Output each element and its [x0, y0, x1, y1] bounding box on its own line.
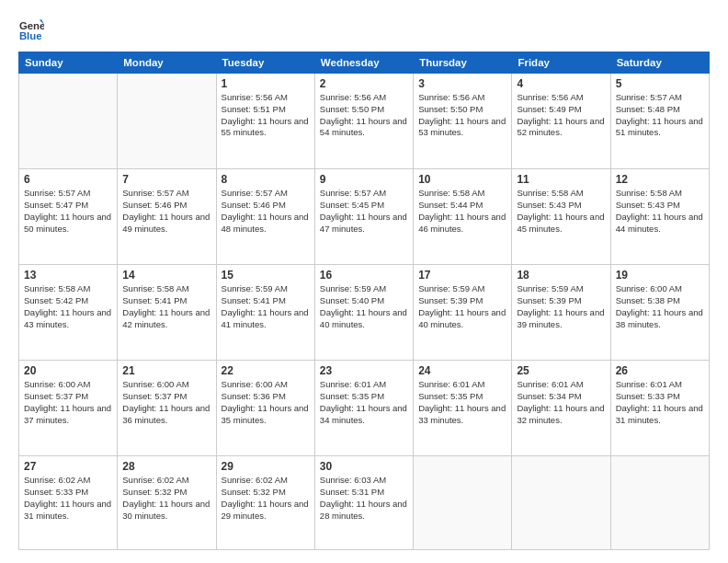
weekday-header-monday: Monday: [118, 52, 216, 74]
calendar-cell: 11Sunrise: 5:58 AM Sunset: 5:43 PM Dayli…: [512, 169, 610, 265]
calendar-cell: 25Sunrise: 6:01 AM Sunset: 5:34 PM Dayli…: [512, 361, 610, 456]
weekday-header-sunday: Sunday: [19, 52, 118, 74]
weekday-header-saturday: Saturday: [610, 52, 709, 74]
day-number: 13: [24, 269, 112, 282]
weekday-header-row: SundayMondayTuesdayWednesdayThursdayFrid…: [19, 52, 710, 74]
day-number: 17: [418, 269, 506, 282]
calendar-cell: 7Sunrise: 5:57 AM Sunset: 5:46 PM Daylig…: [118, 169, 216, 265]
day-number: 24: [418, 364, 506, 377]
calendar-cell: 3Sunrise: 5:56 AM Sunset: 5:50 PM Daylig…: [414, 74, 512, 169]
calendar-cell: 18Sunrise: 5:59 AM Sunset: 5:39 PM Dayli…: [512, 265, 610, 361]
day-info: Sunrise: 5:58 AM Sunset: 5:43 PM Dayligh…: [616, 188, 704, 235]
day-number: 19: [616, 269, 704, 282]
day-number: 30: [320, 460, 408, 473]
calendar-cell: 22Sunrise: 6:00 AM Sunset: 5:36 PM Dayli…: [216, 361, 314, 456]
day-number: 26: [616, 364, 704, 377]
weekday-header-wednesday: Wednesday: [314, 52, 413, 74]
day-info: Sunrise: 5:59 AM Sunset: 5:39 PM Dayligh…: [418, 283, 506, 330]
header: General Blue: [18, 17, 710, 42]
calendar-cell: 6Sunrise: 5:57 AM Sunset: 5:47 PM Daylig…: [19, 169, 118, 265]
day-info: Sunrise: 5:57 AM Sunset: 5:46 PM Dayligh…: [122, 188, 210, 235]
day-info: Sunrise: 5:56 AM Sunset: 5:51 PM Dayligh…: [222, 92, 310, 139]
day-number: 12: [616, 173, 704, 186]
day-info: Sunrise: 6:00 AM Sunset: 5:37 PM Dayligh…: [24, 379, 112, 426]
day-info: Sunrise: 5:56 AM Sunset: 5:49 PM Dayligh…: [517, 92, 605, 139]
day-info: Sunrise: 6:00 AM Sunset: 5:37 PM Dayligh…: [122, 379, 210, 426]
page: General Blue SundayMondayTuesdayWednesda…: [0, 0, 728, 563]
day-number: 1: [222, 77, 310, 90]
day-info: Sunrise: 6:02 AM Sunset: 5:32 PM Dayligh…: [122, 475, 210, 522]
calendar-cell: 16Sunrise: 5:59 AM Sunset: 5:40 PM Dayli…: [314, 265, 413, 361]
svg-text:Blue: Blue: [19, 30, 42, 41]
calendar-week-row: 27Sunrise: 6:02 AM Sunset: 5:33 PM Dayli…: [19, 456, 710, 550]
day-number: 16: [320, 269, 408, 282]
calendar-cell: 17Sunrise: 5:59 AM Sunset: 5:39 PM Dayli…: [414, 265, 512, 361]
weekday-header-thursday: Thursday: [414, 52, 512, 74]
day-info: Sunrise: 6:00 AM Sunset: 5:36 PM Dayligh…: [222, 379, 310, 426]
calendar-cell: 23Sunrise: 6:01 AM Sunset: 5:35 PM Dayli…: [314, 361, 413, 456]
day-number: 18: [517, 269, 605, 282]
day-info: Sunrise: 6:01 AM Sunset: 5:33 PM Dayligh…: [616, 379, 704, 426]
calendar-cell: 9Sunrise: 5:57 AM Sunset: 5:45 PM Daylig…: [314, 169, 413, 265]
calendar-cell: 13Sunrise: 5:58 AM Sunset: 5:42 PM Dayli…: [19, 265, 118, 361]
calendar-cell: 29Sunrise: 6:02 AM Sunset: 5:32 PM Dayli…: [216, 456, 314, 550]
day-info: Sunrise: 5:59 AM Sunset: 5:41 PM Dayligh…: [222, 283, 310, 330]
day-number: 15: [222, 269, 310, 282]
calendar-cell: 12Sunrise: 5:58 AM Sunset: 5:43 PM Dayli…: [610, 169, 709, 265]
day-info: Sunrise: 5:59 AM Sunset: 5:40 PM Dayligh…: [320, 283, 408, 330]
calendar-cell: 20Sunrise: 6:00 AM Sunset: 5:37 PM Dayli…: [19, 361, 118, 456]
day-info: Sunrise: 5:58 AM Sunset: 5:44 PM Dayligh…: [418, 188, 506, 235]
calendar-week-row: 13Sunrise: 5:58 AM Sunset: 5:42 PM Dayli…: [19, 265, 710, 361]
day-info: Sunrise: 6:01 AM Sunset: 5:35 PM Dayligh…: [320, 379, 408, 426]
day-info: Sunrise: 5:57 AM Sunset: 5:46 PM Dayligh…: [222, 188, 310, 235]
calendar-cell: 8Sunrise: 5:57 AM Sunset: 5:46 PM Daylig…: [216, 169, 314, 265]
calendar-week-row: 1Sunrise: 5:56 AM Sunset: 5:51 PM Daylig…: [19, 74, 710, 169]
logo: General Blue: [18, 17, 46, 42]
day-number: 23: [320, 364, 408, 377]
weekday-header-tuesday: Tuesday: [216, 52, 314, 74]
day-info: Sunrise: 6:01 AM Sunset: 5:34 PM Dayligh…: [517, 379, 605, 426]
day-number: 22: [222, 364, 310, 377]
calendar-cell: [19, 74, 118, 169]
day-number: 7: [122, 173, 210, 186]
calendar-cell: 27Sunrise: 6:02 AM Sunset: 5:33 PM Dayli…: [19, 456, 118, 550]
day-number: 4: [517, 77, 605, 90]
day-number: 28: [122, 460, 210, 473]
day-number: 29: [222, 460, 310, 473]
calendar-cell: 5Sunrise: 5:57 AM Sunset: 5:48 PM Daylig…: [610, 74, 709, 169]
calendar-cell: 24Sunrise: 6:01 AM Sunset: 5:35 PM Dayli…: [414, 361, 512, 456]
day-number: 25: [517, 364, 605, 377]
calendar-cell: 4Sunrise: 5:56 AM Sunset: 5:49 PM Daylig…: [512, 74, 610, 169]
day-info: Sunrise: 5:58 AM Sunset: 5:42 PM Dayligh…: [24, 283, 112, 330]
day-number: 5: [616, 77, 704, 90]
calendar-cell: 14Sunrise: 5:58 AM Sunset: 5:41 PM Dayli…: [118, 265, 216, 361]
day-number: 6: [24, 173, 112, 186]
logo-icon: General Blue: [18, 17, 44, 42]
calendar-cell: 19Sunrise: 6:00 AM Sunset: 5:38 PM Dayli…: [610, 265, 709, 361]
day-number: 27: [24, 460, 112, 473]
day-info: Sunrise: 5:56 AM Sunset: 5:50 PM Dayligh…: [320, 92, 408, 139]
day-number: 9: [320, 173, 408, 186]
day-number: 3: [418, 77, 506, 90]
day-number: 11: [517, 173, 605, 186]
calendar-cell: 21Sunrise: 6:00 AM Sunset: 5:37 PM Dayli…: [118, 361, 216, 456]
day-info: Sunrise: 6:00 AM Sunset: 5:38 PM Dayligh…: [616, 283, 704, 330]
day-number: 21: [122, 364, 210, 377]
calendar-week-row: 6Sunrise: 5:57 AM Sunset: 5:47 PM Daylig…: [19, 169, 710, 265]
calendar-cell: 15Sunrise: 5:59 AM Sunset: 5:41 PM Dayli…: [216, 265, 314, 361]
day-number: 10: [418, 173, 506, 186]
calendar-cell: 30Sunrise: 6:03 AM Sunset: 5:31 PM Dayli…: [314, 456, 413, 550]
day-info: Sunrise: 6:01 AM Sunset: 5:35 PM Dayligh…: [418, 379, 506, 426]
calendar-cell: [118, 74, 216, 169]
day-number: 8: [222, 173, 310, 186]
calendar-cell: 10Sunrise: 5:58 AM Sunset: 5:44 PM Dayli…: [414, 169, 512, 265]
calendar-cell: 28Sunrise: 6:02 AM Sunset: 5:32 PM Dayli…: [118, 456, 216, 550]
day-info: Sunrise: 5:57 AM Sunset: 5:45 PM Dayligh…: [320, 188, 408, 235]
day-number: 2: [320, 77, 408, 90]
calendar-cell: 1Sunrise: 5:56 AM Sunset: 5:51 PM Daylig…: [216, 74, 314, 169]
weekday-header-friday: Friday: [512, 52, 610, 74]
day-info: Sunrise: 6:02 AM Sunset: 5:33 PM Dayligh…: [24, 475, 112, 522]
day-info: Sunrise: 6:03 AM Sunset: 5:31 PM Dayligh…: [320, 475, 408, 522]
calendar-cell: 26Sunrise: 6:01 AM Sunset: 5:33 PM Dayli…: [610, 361, 709, 456]
day-info: Sunrise: 5:58 AM Sunset: 5:41 PM Dayligh…: [122, 283, 210, 330]
